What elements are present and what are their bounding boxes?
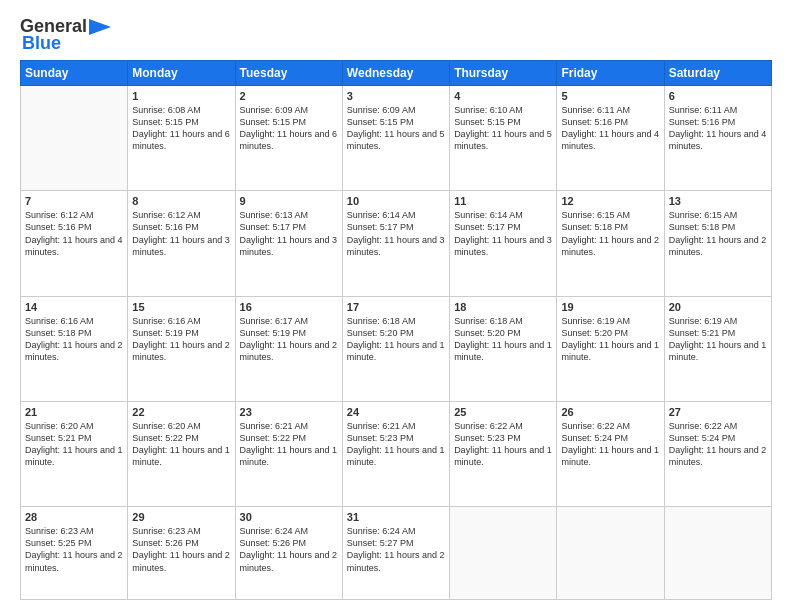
calendar-cell: 10Sunrise: 6:14 AMSunset: 5:17 PMDayligh… <box>342 191 449 296</box>
day-info: Sunrise: 6:23 AMSunset: 5:25 PMDaylight:… <box>25 525 123 574</box>
weekday-header-saturday: Saturday <box>664 61 771 86</box>
day-number: 8 <box>132 195 230 207</box>
day-info: Sunrise: 6:23 AMSunset: 5:26 PMDaylight:… <box>132 525 230 574</box>
calendar-cell: 12Sunrise: 6:15 AMSunset: 5:18 PMDayligh… <box>557 191 664 296</box>
day-info: Sunrise: 6:18 AMSunset: 5:20 PMDaylight:… <box>347 315 445 364</box>
day-info: Sunrise: 6:12 AMSunset: 5:16 PMDaylight:… <box>132 209 230 258</box>
weekday-header-sunday: Sunday <box>21 61 128 86</box>
day-number: 6 <box>669 90 767 102</box>
day-info: Sunrise: 6:16 AMSunset: 5:19 PMDaylight:… <box>132 315 230 364</box>
day-number: 23 <box>240 406 338 418</box>
calendar-cell: 20Sunrise: 6:19 AMSunset: 5:21 PMDayligh… <box>664 296 771 401</box>
calendar-week-4: 21Sunrise: 6:20 AMSunset: 5:21 PMDayligh… <box>21 401 772 506</box>
day-info: Sunrise: 6:11 AMSunset: 5:16 PMDaylight:… <box>669 104 767 153</box>
day-info: Sunrise: 6:24 AMSunset: 5:27 PMDaylight:… <box>347 525 445 574</box>
calendar-cell: 22Sunrise: 6:20 AMSunset: 5:22 PMDayligh… <box>128 401 235 506</box>
day-info: Sunrise: 6:20 AMSunset: 5:22 PMDaylight:… <box>132 420 230 469</box>
day-info: Sunrise: 6:10 AMSunset: 5:15 PMDaylight:… <box>454 104 552 153</box>
day-number: 13 <box>669 195 767 207</box>
day-number: 14 <box>25 301 123 313</box>
calendar-cell: 13Sunrise: 6:15 AMSunset: 5:18 PMDayligh… <box>664 191 771 296</box>
calendar-cell: 25Sunrise: 6:22 AMSunset: 5:23 PMDayligh… <box>450 401 557 506</box>
calendar-cell: 3Sunrise: 6:09 AMSunset: 5:15 PMDaylight… <box>342 86 449 191</box>
day-number: 30 <box>240 511 338 523</box>
calendar-cell: 8Sunrise: 6:12 AMSunset: 5:16 PMDaylight… <box>128 191 235 296</box>
day-number: 11 <box>454 195 552 207</box>
calendar-week-2: 7Sunrise: 6:12 AMSunset: 5:16 PMDaylight… <box>21 191 772 296</box>
day-number: 21 <box>25 406 123 418</box>
weekday-header-monday: Monday <box>128 61 235 86</box>
page: General Blue SundayMondayTuesdayWednesda… <box>0 0 792 612</box>
day-info: Sunrise: 6:15 AMSunset: 5:18 PMDaylight:… <box>561 209 659 258</box>
day-info: Sunrise: 6:22 AMSunset: 5:23 PMDaylight:… <box>454 420 552 469</box>
day-info: Sunrise: 6:17 AMSunset: 5:19 PMDaylight:… <box>240 315 338 364</box>
svg-marker-0 <box>89 19 111 35</box>
calendar-cell: 29Sunrise: 6:23 AMSunset: 5:26 PMDayligh… <box>128 507 235 600</box>
day-number: 5 <box>561 90 659 102</box>
day-number: 10 <box>347 195 445 207</box>
calendar-cell: 17Sunrise: 6:18 AMSunset: 5:20 PMDayligh… <box>342 296 449 401</box>
calendar-cell <box>664 507 771 600</box>
calendar-cell: 28Sunrise: 6:23 AMSunset: 5:25 PMDayligh… <box>21 507 128 600</box>
weekday-header-friday: Friday <box>557 61 664 86</box>
calendar-cell <box>450 507 557 600</box>
logo-blue: Blue <box>22 33 61 54</box>
calendar-cell: 21Sunrise: 6:20 AMSunset: 5:21 PMDayligh… <box>21 401 128 506</box>
day-info: Sunrise: 6:20 AMSunset: 5:21 PMDaylight:… <box>25 420 123 469</box>
day-number: 9 <box>240 195 338 207</box>
weekday-header-wednesday: Wednesday <box>342 61 449 86</box>
day-info: Sunrise: 6:15 AMSunset: 5:18 PMDaylight:… <box>669 209 767 258</box>
day-number: 29 <box>132 511 230 523</box>
day-number: 3 <box>347 90 445 102</box>
calendar-cell: 2Sunrise: 6:09 AMSunset: 5:15 PMDaylight… <box>235 86 342 191</box>
day-number: 18 <box>454 301 552 313</box>
day-info: Sunrise: 6:24 AMSunset: 5:26 PMDaylight:… <box>240 525 338 574</box>
day-info: Sunrise: 6:21 AMSunset: 5:23 PMDaylight:… <box>347 420 445 469</box>
calendar-cell: 31Sunrise: 6:24 AMSunset: 5:27 PMDayligh… <box>342 507 449 600</box>
weekday-header-thursday: Thursday <box>450 61 557 86</box>
day-info: Sunrise: 6:22 AMSunset: 5:24 PMDaylight:… <box>669 420 767 469</box>
day-number: 2 <box>240 90 338 102</box>
day-info: Sunrise: 6:19 AMSunset: 5:21 PMDaylight:… <box>669 315 767 364</box>
day-number: 15 <box>132 301 230 313</box>
day-number: 16 <box>240 301 338 313</box>
calendar-cell: 16Sunrise: 6:17 AMSunset: 5:19 PMDayligh… <box>235 296 342 401</box>
day-number: 7 <box>25 195 123 207</box>
day-number: 12 <box>561 195 659 207</box>
calendar-week-3: 14Sunrise: 6:16 AMSunset: 5:18 PMDayligh… <box>21 296 772 401</box>
calendar-cell: 11Sunrise: 6:14 AMSunset: 5:17 PMDayligh… <box>450 191 557 296</box>
day-number: 1 <box>132 90 230 102</box>
logo: General Blue <box>20 16 111 54</box>
day-info: Sunrise: 6:14 AMSunset: 5:17 PMDaylight:… <box>347 209 445 258</box>
day-number: 25 <box>454 406 552 418</box>
day-info: Sunrise: 6:12 AMSunset: 5:16 PMDaylight:… <box>25 209 123 258</box>
calendar-cell: 19Sunrise: 6:19 AMSunset: 5:20 PMDayligh… <box>557 296 664 401</box>
calendar-cell: 6Sunrise: 6:11 AMSunset: 5:16 PMDaylight… <box>664 86 771 191</box>
day-info: Sunrise: 6:16 AMSunset: 5:18 PMDaylight:… <box>25 315 123 364</box>
weekday-header-row: SundayMondayTuesdayWednesdayThursdayFrid… <box>21 61 772 86</box>
day-number: 4 <box>454 90 552 102</box>
day-number: 31 <box>347 511 445 523</box>
day-info: Sunrise: 6:14 AMSunset: 5:17 PMDaylight:… <box>454 209 552 258</box>
calendar-cell: 7Sunrise: 6:12 AMSunset: 5:16 PMDaylight… <box>21 191 128 296</box>
calendar-cell: 30Sunrise: 6:24 AMSunset: 5:26 PMDayligh… <box>235 507 342 600</box>
day-info: Sunrise: 6:13 AMSunset: 5:17 PMDaylight:… <box>240 209 338 258</box>
calendar-cell <box>557 507 664 600</box>
logo-icon <box>89 19 111 35</box>
day-number: 28 <box>25 511 123 523</box>
day-number: 17 <box>347 301 445 313</box>
day-info: Sunrise: 6:19 AMSunset: 5:20 PMDaylight:… <box>561 315 659 364</box>
calendar-cell: 23Sunrise: 6:21 AMSunset: 5:22 PMDayligh… <box>235 401 342 506</box>
calendar-cell: 15Sunrise: 6:16 AMSunset: 5:19 PMDayligh… <box>128 296 235 401</box>
day-info: Sunrise: 6:21 AMSunset: 5:22 PMDaylight:… <box>240 420 338 469</box>
calendar-week-5: 28Sunrise: 6:23 AMSunset: 5:25 PMDayligh… <box>21 507 772 600</box>
calendar-cell: 4Sunrise: 6:10 AMSunset: 5:15 PMDaylight… <box>450 86 557 191</box>
calendar-cell: 1Sunrise: 6:08 AMSunset: 5:15 PMDaylight… <box>128 86 235 191</box>
day-number: 20 <box>669 301 767 313</box>
day-info: Sunrise: 6:08 AMSunset: 5:15 PMDaylight:… <box>132 104 230 153</box>
calendar-cell: 5Sunrise: 6:11 AMSunset: 5:16 PMDaylight… <box>557 86 664 191</box>
day-number: 22 <box>132 406 230 418</box>
header: General Blue <box>20 16 772 54</box>
calendar-table: SundayMondayTuesdayWednesdayThursdayFrid… <box>20 60 772 600</box>
day-number: 26 <box>561 406 659 418</box>
